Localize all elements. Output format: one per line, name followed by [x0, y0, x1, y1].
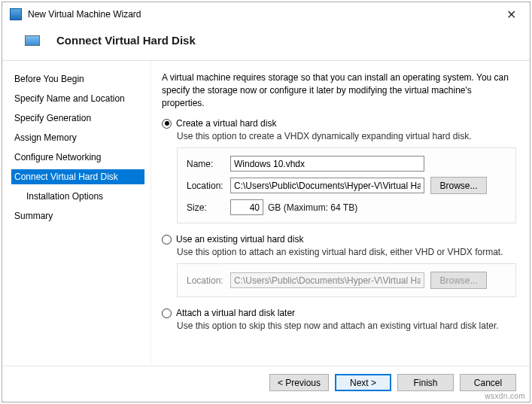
- content-pane: A virtual machine requires storage so th…: [151, 61, 530, 366]
- size-label: Size:: [187, 202, 230, 213]
- create-form: Name: Location: Browse... Size: GB (Maxi…: [177, 147, 516, 223]
- page-title: Connect Virtual Hard Disk: [56, 34, 196, 47]
- existing-location-label: Location:: [187, 275, 230, 286]
- wizard-dialog: New Virtual Machine Wizard ✕ Connect Vir…: [2, 2, 530, 402]
- radio-attach-later[interactable]: [162, 308, 172, 318]
- finish-button[interactable]: Finish: [397, 374, 454, 391]
- step-specify-name[interactable]: Specify Name and Location: [11, 91, 144, 106]
- step-configure-networking[interactable]: Configure Networking: [11, 150, 144, 165]
- browse-button[interactable]: Browse...: [430, 177, 487, 194]
- existing-form: Location: Browse...: [177, 263, 516, 297]
- app-icon: [10, 8, 22, 20]
- name-label: Name:: [187, 159, 230, 169]
- size-field[interactable]: [230, 199, 263, 215]
- radio-attach-later-label: Attach a virtual hard disk later: [176, 308, 295, 318]
- step-installation-options[interactable]: Installation Options: [11, 189, 144, 204]
- step-connect-vhd[interactable]: Connect Virtual Hard Disk: [11, 169, 144, 184]
- option-existing-group: Use an existing virtual hard disk Use th…: [162, 234, 516, 297]
- page-header: Connect Virtual Hard Disk: [2, 26, 530, 61]
- titlebar: New Virtual Machine Wizard ✕: [2, 2, 530, 26]
- existing-location-field: [230, 272, 424, 288]
- option-existing-desc: Use this option to attach an existing vi…: [177, 247, 516, 257]
- radio-create-vhd-label: Create a virtual hard disk: [176, 118, 276, 129]
- option-later-group: Attach a virtual hard disk later Use thi…: [162, 308, 516, 331]
- close-icon[interactable]: ✕: [500, 6, 522, 23]
- radio-create-vhd[interactable]: [162, 119, 172, 129]
- location-label: Location:: [187, 181, 230, 191]
- wizard-footer: < Previous Next > Finish Cancel: [2, 366, 530, 402]
- option-create-group: Create a virtual hard disk Use this opti…: [162, 118, 516, 223]
- window-title: New Virtual Machine Wizard: [28, 9, 141, 20]
- wizard-steps-sidebar: Before You Begin Specify Name and Locati…: [2, 61, 151, 366]
- cancel-button[interactable]: Cancel: [460, 374, 516, 391]
- location-field[interactable]: [230, 178, 424, 193]
- name-field[interactable]: [230, 156, 424, 172]
- step-assign-memory[interactable]: Assign Memory: [11, 130, 144, 145]
- step-summary[interactable]: Summary: [11, 208, 144, 223]
- watermark: wsxdn.com: [485, 392, 525, 400]
- existing-browse-button: Browse...: [430, 272, 487, 289]
- radio-existing-vhd[interactable]: [162, 235, 172, 245]
- step-before-you-begin[interactable]: Before You Begin: [11, 71, 144, 87]
- size-unit-label: GB (Maximum: 64 TB): [268, 202, 357, 213]
- next-button[interactable]: Next >: [335, 374, 391, 391]
- option-create-desc: Use this option to create a VHDX dynamic…: [177, 131, 516, 141]
- step-specify-generation[interactable]: Specify Generation: [11, 111, 144, 126]
- option-later-desc: Use this option to skip this step now an…: [177, 320, 516, 331]
- monitor-icon: [25, 35, 40, 46]
- previous-button[interactable]: < Previous: [269, 374, 329, 391]
- page-description: A virtual machine requires storage so th…: [162, 71, 516, 109]
- radio-existing-vhd-label: Use an existing virtual hard disk: [176, 234, 303, 245]
